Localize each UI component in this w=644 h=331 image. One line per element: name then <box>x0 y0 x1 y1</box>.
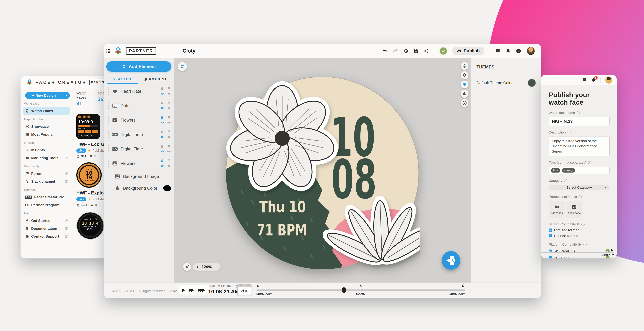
info-icon[interactable]: i <box>582 223 584 226</box>
watchface-preview[interactable]: 10 08 Thu 10 71 BPM <box>225 76 420 270</box>
save-button[interactable] <box>414 48 418 53</box>
zoom-in-button[interactable]: + <box>196 264 199 270</box>
info-icon[interactable]: i <box>564 179 567 182</box>
circular-format-checkbox[interactable] <box>549 229 552 232</box>
drag-handle[interactable] <box>107 102 109 109</box>
send-to-watch-button[interactable] <box>442 251 460 270</box>
visibility-eye-icon[interactable] <box>160 164 164 168</box>
new-design-button[interactable]: +New Design ▼ <box>25 92 70 99</box>
tab-active[interactable]: ACTIVE <box>106 75 139 84</box>
lock-icon[interactable] <box>160 101 164 105</box>
feedback-button[interactable] <box>495 48 500 53</box>
apps-grid-button[interactable] <box>106 49 110 53</box>
tags-input[interactable]: Fun analog <box>549 167 610 174</box>
sidebar-item-most-popular[interactable]: Most Popular <box>23 130 70 138</box>
drag-handle[interactable] <box>107 87 109 95</box>
lock-icon[interactable] <box>160 159 164 163</box>
help-button[interactable] <box>516 48 521 54</box>
tag-chip[interactable]: Fun <box>551 168 560 173</box>
visibility-eye-icon[interactable] <box>160 92 164 95</box>
visibility-eye-icon[interactable] <box>160 150 164 153</box>
version-history-button[interactable] <box>403 48 408 53</box>
sidebar-item-partner-program[interactable]: Partner Program <box>23 201 70 209</box>
sidebar-item-get-started[interactable]: Get Started <box>23 217 70 225</box>
theme-brush-icon[interactable] <box>167 159 171 163</box>
layer-row-digital-time[interactable]: Digital Time <box>106 127 172 142</box>
stats-button[interactable] <box>460 90 468 98</box>
sidebar-item-slack[interactable]: Slack channel <box>23 178 70 185</box>
theme-brush-icon[interactable] <box>167 87 171 90</box>
fast-forward-button[interactable] <box>188 288 195 292</box>
description-textarea[interactable]: Enjoy this free version of the upcoming … <box>549 137 610 156</box>
theme-brush-icon[interactable] <box>167 130 171 134</box>
fastest-forward-button[interactable] <box>197 288 206 292</box>
settings-gear-icon[interactable] <box>167 106 171 110</box>
watch-face-name-input[interactable]: HIGH N.23 <box>549 117 610 126</box>
time-slider-handle[interactable] <box>342 287 346 293</box>
drag-handle[interactable] <box>107 131 109 138</box>
add-video-button[interactable]: Add Video <box>549 201 565 218</box>
watch-preview-button[interactable] <box>460 71 468 79</box>
lock-icon[interactable] <box>160 116 164 119</box>
feedback-button[interactable] <box>582 78 587 82</box>
new-design-dropdown[interactable]: ▼ <box>62 92 70 99</box>
drag-handle[interactable] <box>107 116 109 124</box>
sidebar-item-watch-faces[interactable]: Watch Faces <box>23 107 70 115</box>
info-icon[interactable]: i <box>567 131 570 134</box>
design-title[interactable]: Cloty <box>182 48 196 54</box>
zoom-out-button[interactable]: − <box>214 264 217 270</box>
visibility-eye-icon[interactable] <box>160 121 164 124</box>
share-button[interactable] <box>424 48 429 53</box>
sidebar-item-showcase[interactable]: Showcase <box>23 123 70 130</box>
visibility-eye-icon[interactable] <box>160 106 164 110</box>
layer-row-background-color[interactable]: Background Color <box>106 182 172 194</box>
layer-row-background-image[interactable]: Background Image <box>106 171 172 182</box>
sidebar-item-contact-support[interactable]: Contact Support <box>23 232 70 240</box>
sidebar-item-forum[interactable]: Forum <box>23 170 70 178</box>
info-button[interactable] <box>460 99 468 107</box>
layer-row-digital-time[interactable]: Digital Time <box>106 142 172 156</box>
category-select[interactable]: Select Category▼ <box>549 185 610 190</box>
tab-ambient[interactable]: AMBIENT <box>139 75 172 84</box>
background-color-swatch[interactable] <box>163 185 171 191</box>
tag-chip[interactable]: analog <box>562 168 575 173</box>
lock-icon[interactable] <box>160 130 164 134</box>
resize-handle[interactable] <box>606 153 610 155</box>
visibility-eye-icon[interactable] <box>160 135 164 139</box>
lock-icon[interactable] <box>160 145 164 148</box>
layer-row-date[interactable]: Date <box>106 98 172 113</box>
settings-gear-icon[interactable] <box>167 135 171 139</box>
theme-brush-icon[interactable] <box>167 145 171 148</box>
add-element-button[interactable]: Add Element <box>106 61 172 72</box>
undo-button[interactable] <box>382 48 388 53</box>
layers-toggle-button[interactable] <box>178 62 187 71</box>
notifications-button[interactable]: 3 <box>591 78 596 82</box>
default-theme-color-swatch[interactable] <box>528 79 536 87</box>
sidebar-item-marketing-tools[interactable]: Marketing Tools <box>23 154 70 162</box>
launch-button[interactable] <box>460 62 468 70</box>
drag-handle[interactable] <box>107 160 109 167</box>
time-slider-track[interactable] <box>541 252 614 253</box>
sidebar-item-documentation[interactable]: Documentation <box>23 225 70 232</box>
theme-brush-icon[interactable] <box>167 116 171 119</box>
design-canvas[interactable]: 10 08 Thu 10 71 BPM <box>174 58 471 283</box>
themes-button[interactable] <box>460 81 468 88</box>
add-image-button[interactable]: Add Image <box>566 201 582 218</box>
canvas-settings-button[interactable] <box>183 263 191 271</box>
notifications-button[interactable] <box>506 48 510 53</box>
info-icon[interactable]: i <box>583 243 586 246</box>
settings-gear-icon[interactable] <box>167 92 171 95</box>
redo-button[interactable] <box>393 48 398 53</box>
sidebar-item-creator-pro[interactable]: PRO Facer Creator Pro <box>23 193 70 201</box>
user-avatar[interactable] <box>605 76 612 84</box>
layer-row-flowers[interactable]: Flowers <box>106 113 172 127</box>
drag-handle[interactable] <box>107 145 109 153</box>
publish-button[interactable]: Publish <box>452 47 484 55</box>
tizen-checkbox[interactable] <box>549 256 552 259</box>
square-format-checkbox[interactable] <box>549 234 552 237</box>
play-button[interactable] <box>182 288 186 292</box>
info-icon[interactable]: i <box>588 161 591 164</box>
layer-row-heart-rate[interactable]: Heart Rate <box>106 84 172 98</box>
info-icon[interactable]: i <box>578 195 582 198</box>
settings-gear-icon[interactable] <box>167 150 171 153</box>
